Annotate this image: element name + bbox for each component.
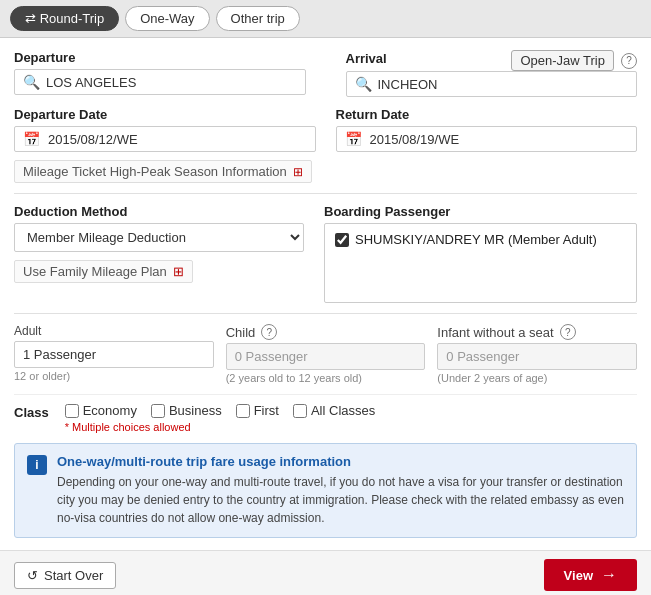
departure-search-icon: 🔍 xyxy=(23,74,40,90)
departure-label: Departure xyxy=(14,50,306,65)
mileage-info-text: Mileage Ticket High-Peak Season Informat… xyxy=(23,164,287,179)
adult-input[interactable]: 1 Passenger xyxy=(14,341,214,368)
divider-1 xyxy=(14,193,637,194)
boarding-passenger-name: SHUMSKIY/ANDREY MR (Member Adult) xyxy=(355,232,597,247)
departure-input-wrap[interactable]: 🔍 xyxy=(14,69,306,95)
divider-2 xyxy=(14,313,637,314)
arrival-section: Arrival Open-Jaw Trip ? 🔍 xyxy=(346,50,638,97)
view-button[interactable]: View → xyxy=(544,559,637,591)
departure-cal-icon: 📅 xyxy=(23,131,40,147)
mileage-info-link[interactable]: Mileage Ticket High-Peak Season Informat… xyxy=(14,160,312,183)
class-checkboxes: Economy Business First All Classes xyxy=(65,403,637,418)
one-way-button[interactable]: One-Way xyxy=(125,6,209,31)
open-jaw-button[interactable]: Open-Jaw Trip xyxy=(511,50,614,71)
info-banner-content: One-way/multi-route trip fare usage info… xyxy=(57,454,624,527)
bottom-bar: ↺ Start Over View → xyxy=(0,550,651,595)
class-economy-item[interactable]: Economy xyxy=(65,403,137,418)
mileage-info-icon: ⊞ xyxy=(293,165,303,179)
infant-help-icon[interactable]: ? xyxy=(560,324,576,340)
class-first-checkbox[interactable] xyxy=(236,404,250,418)
family-plan-label: Use Family Mileage Plan xyxy=(23,264,167,279)
arrival-input-wrap[interactable]: 🔍 xyxy=(346,71,638,97)
trip-type-bar: ⇄ Round-Trip One-Way Other trip xyxy=(0,0,651,38)
departure-input[interactable] xyxy=(46,75,297,90)
return-cal-icon: 📅 xyxy=(345,131,362,147)
arrival-input[interactable] xyxy=(378,77,629,92)
departure-date-input[interactable] xyxy=(48,132,307,147)
class-economy-label: Economy xyxy=(83,403,137,418)
return-date-input-wrap[interactable]: 📅 xyxy=(336,126,638,152)
info-banner-icon: i xyxy=(27,455,47,475)
other-trip-label: Other trip xyxy=(231,11,285,26)
boarding-passenger-item: SHUMSKIY/ANDREY MR (Member Adult) xyxy=(335,232,626,247)
departure-date-section: Departure Date 📅 xyxy=(14,107,316,152)
open-jaw-help-icon[interactable]: ? xyxy=(621,53,637,69)
child-input[interactable]: 0 Passenger xyxy=(226,343,426,370)
info-banner-text: Depending on your one-way and multi-rout… xyxy=(57,473,624,527)
child-help-icon[interactable]: ? xyxy=(261,324,277,340)
class-allclasses-item[interactable]: All Classes xyxy=(293,403,375,418)
start-over-label: Start Over xyxy=(44,568,103,583)
arrival-label: Arrival xyxy=(346,51,387,66)
arrival-header: Arrival Open-Jaw Trip ? xyxy=(346,50,638,71)
round-trip-label: Round-Trip xyxy=(40,11,105,26)
departure-date-label: Departure Date xyxy=(14,107,316,122)
child-sublabel: (2 years old to 12 years old) xyxy=(226,372,426,384)
class-business-checkbox[interactable] xyxy=(151,404,165,418)
deduction-boarding-row: Deduction Method Member Mileage Deductio… xyxy=(14,204,637,303)
class-options: Economy Business First All Classes * Mul… xyxy=(65,403,637,433)
departure-arrival-row: Departure 🔍 Arrival Open-Jaw Trip ? 🔍 xyxy=(14,50,637,97)
deduction-label: Deduction Method xyxy=(14,204,304,219)
boarding-box: SHUMSKIY/ANDREY MR (Member Adult) xyxy=(324,223,637,303)
child-section: Child ? 0 Passenger (2 years old to 12 y… xyxy=(226,324,426,384)
arrival-search-icon: 🔍 xyxy=(355,76,372,92)
main-content: Departure 🔍 Arrival Open-Jaw Trip ? 🔍 xyxy=(0,38,651,550)
family-plan-icon: ⊞ xyxy=(173,264,184,279)
deduction-section: Deduction Method Member Mileage Deductio… xyxy=(14,204,304,303)
return-date-section: Return Date 📅 xyxy=(336,107,638,152)
deduction-select-wrap[interactable]: Member Mileage Deduction Partner Mileage… xyxy=(14,223,304,252)
return-date-label: Return Date xyxy=(336,107,638,122)
class-first-item[interactable]: First xyxy=(236,403,279,418)
adult-section: Adult 1 Passenger 12 or older) xyxy=(14,324,214,384)
boarding-passenger-checkbox[interactable] xyxy=(335,233,349,247)
infant-input[interactable]: 0 Passenger xyxy=(437,343,637,370)
class-first-label: First xyxy=(254,403,279,418)
multiple-note: * Multiple choices allowed xyxy=(65,421,637,433)
boarding-label: Boarding Passenger xyxy=(324,204,637,219)
infant-label: Infant without a seat ? xyxy=(437,324,637,340)
infant-section: Infant without a seat ? 0 Passenger (Und… xyxy=(437,324,637,384)
class-allclasses-checkbox[interactable] xyxy=(293,404,307,418)
adult-label: Adult xyxy=(14,324,214,338)
departure-date-input-wrap[interactable]: 📅 xyxy=(14,126,316,152)
info-banner: i One-way/multi-route trip fare usage in… xyxy=(14,443,637,538)
view-arrow-icon: → xyxy=(601,566,617,584)
class-label: Class xyxy=(14,403,49,420)
class-economy-checkbox[interactable] xyxy=(65,404,79,418)
info-banner-title: One-way/multi-route trip fare usage info… xyxy=(57,454,624,469)
view-label: View xyxy=(564,568,593,583)
passengers-row: Adult 1 Passenger 12 or older) Child ? 0… xyxy=(14,324,637,384)
child-label: Child ? xyxy=(226,324,426,340)
boarding-section: Boarding Passenger SHUMSKIY/ANDREY MR (M… xyxy=(324,204,637,303)
infant-sublabel: (Under 2 years of age) xyxy=(437,372,637,384)
open-jaw-label: Open-Jaw Trip xyxy=(520,53,605,68)
class-section: Class Economy Business First All Classes xyxy=(14,394,637,433)
round-trip-button[interactable]: ⇄ Round-Trip xyxy=(10,6,119,31)
one-way-label: One-Way xyxy=(140,11,194,26)
start-over-icon: ↺ xyxy=(27,568,38,583)
family-plan-button[interactable]: Use Family Mileage Plan ⊞ xyxy=(14,260,193,283)
round-trip-arrow-icon: ⇄ xyxy=(25,11,36,26)
class-allclasses-label: All Classes xyxy=(311,403,375,418)
class-business-label: Business xyxy=(169,403,222,418)
departure-section: Departure 🔍 xyxy=(14,50,306,97)
dates-row: Departure Date 📅 Return Date 📅 xyxy=(14,107,637,152)
class-business-item[interactable]: Business xyxy=(151,403,222,418)
deduction-select[interactable]: Member Mileage Deduction Partner Mileage… xyxy=(15,224,303,251)
return-date-input[interactable] xyxy=(370,132,629,147)
adult-sublabel: 12 or older) xyxy=(14,370,214,382)
start-over-button[interactable]: ↺ Start Over xyxy=(14,562,116,589)
other-trip-button[interactable]: Other trip xyxy=(216,6,300,31)
